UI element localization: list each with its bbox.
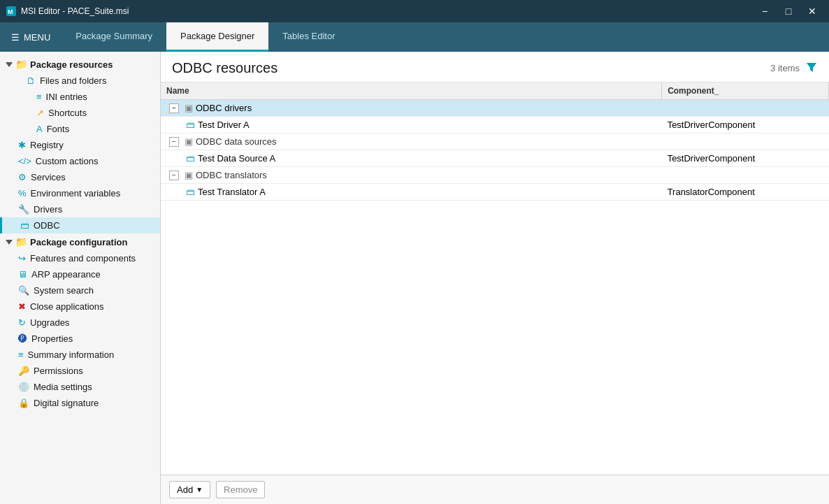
tab-tables-editor[interactable]: Tables Editor [268,22,349,52]
sidebar-group-label: Package configuration [30,237,127,247]
row-name: ODBC data sources [196,136,277,147]
sidebar-item-label: Fonts [47,124,70,134]
sidebar-group-package-config[interactable]: 📁 Package configuration [0,233,160,250]
table-row[interactable]: − ▣ ODBC drivers [161,100,829,117]
svg-text:M: M [8,8,13,15]
sidebar-item-label: Digital signature [34,398,99,408]
sidebar-item-arp[interactable]: 🖥 ARP appearance [0,266,160,282]
title-bar-text: MSI Editor - PACE_Suite.msi [21,6,754,16]
remove-button[interactable]: Remove [216,481,265,498]
close-apps-icon: ✖ [18,301,26,312]
sidebar-item-summary-info[interactable]: ≡ Summary information [0,347,160,363]
arp-icon: 🖥 [18,269,27,280]
tab-package-summary[interactable]: Package Summary [62,22,166,52]
table-row[interactable]: 🗃 Test Translator A TranslatorComponent [161,184,829,201]
tab-tables-editor-label: Tables Editor [282,31,335,41]
sidebar-item-label: Media settings [34,382,92,392]
sidebar-item-permissions[interactable]: 🔑 Permissions [0,363,160,379]
menu-button[interactable]: ☰ MENU [0,22,62,52]
row-component: TranslatorComponent [662,184,829,201]
sidebar-item-ini-entries[interactable]: ≡ INI entries [0,89,160,105]
content-title: ODBC resources [172,60,277,76]
group-folder-icon: ▣ [185,136,193,147]
sidebar-item-close-apps[interactable]: ✖ Close applications [0,298,160,315]
add-dropdown-arrow: ▼ [196,486,203,494]
tab-package-designer-label: Package Designer [180,31,254,41]
table-row[interactable]: − ▣ ODBC data sources [161,134,829,150]
sidebar-item-label: Close applications [30,301,104,312]
sidebar-item-upgrades[interactable]: ↻ Upgrades [0,315,160,331]
main-layout: 📁 Package resources 🗋 Files and folders … [0,52,829,504]
sidebar-group-label: Package resources [30,59,113,70]
close-button[interactable]: ✕ [801,0,823,22]
row-component: TestDriverComponent [662,150,829,167]
odbc-datasource-icon: 🗃 [186,153,195,164]
font-icon: A [36,124,43,134]
sidebar-item-registry[interactable]: ✱ Registry [0,137,160,153]
expand-icon[interactable]: − [169,137,179,147]
sidebar-item-label: Features and components [30,253,136,264]
row-component [662,100,829,117]
sidebar-item-digital-sig[interactable]: 🔒 Digital signature [0,395,160,411]
col-name: Name [161,82,662,100]
sidebar-group-package-resources[interactable]: 📁 Package resources [0,56,160,73]
sidebar-item-files-folders[interactable]: 🗋 Files and folders [0,73,160,89]
permissions-icon: 🔑 [18,366,29,376]
table-row[interactable]: − ▣ ODBC translators [161,167,829,184]
row-component: TestDriverComponent [662,117,829,134]
sidebar-item-drivers[interactable]: 🔧 Drivers [0,201,160,217]
sidebar: 📁 Package resources 🗋 Files and folders … [0,52,161,504]
file-icon: 🗋 [27,75,36,86]
row-name: Test Data Source A [198,153,275,164]
environment-icon: % [18,188,27,199]
sidebar-item-odbc[interactable]: 🗃 ODBC [0,217,160,233]
odbc-driver-icon: 🗃 [186,120,195,130]
menu-bar: ☰ MENU Package Summary Package Designer … [0,22,829,52]
row-name: ODBC drivers [196,103,252,113]
row-component [662,167,829,184]
tab-package-designer[interactable]: Package Designer [166,22,268,52]
content-header: ODBC resources 3 items [161,52,829,82]
expand-icon[interactable]: − [169,103,179,113]
sidebar-item-system-search[interactable]: 🔍 System search [0,282,160,298]
sidebar-item-label: Drivers [34,204,62,215]
item-count: 3 items [770,63,800,73]
sidebar-item-label: Custom actions [36,156,99,166]
group-folder-icon: ▣ [185,103,193,113]
maximize-button[interactable]: □ [777,0,800,22]
sidebar-item-properties[interactable]: 🅟 Properties [0,331,160,347]
digital-sig-icon: 🔒 [18,398,29,408]
bottom-toolbar: Add ▼ Remove [161,475,829,504]
sidebar-item-media[interactable]: 💿 Media settings [0,379,160,395]
app-icon: M [6,6,17,17]
menu-label: MENU [24,32,50,43]
services-icon: ⚙ [18,172,27,182]
title-bar: M MSI Editor - PACE_Suite.msi − □ ✕ [0,0,829,22]
sidebar-item-environment[interactable]: % Environment variables [0,185,160,201]
odbc-table: Name Component_ − ▣ ODBC drivers [161,82,829,475]
ini-icon: ≡ [36,92,42,102]
table-row[interactable]: 🗃 Test Driver A TestDriverComponent [161,117,829,134]
sidebar-item-label: Properties [31,333,73,344]
sidebar-item-fonts[interactable]: A Fonts [0,121,160,137]
sidebar-item-label: Services [31,172,66,182]
odbc-icon: 🗃 [20,220,29,231]
sidebar-item-label: INI entries [46,92,87,102]
sidebar-item-label: Permissions [34,366,83,376]
remove-label: Remove [224,484,257,495]
table-row[interactable]: 🗃 Test Data Source A TestDriverComponent [161,150,829,167]
tab-package-summary-label: Package Summary [75,31,152,41]
add-button[interactable]: Add ▼ [169,481,210,498]
sidebar-item-services[interactable]: ⚙ Services [0,169,160,185]
properties-icon: 🅟 [18,333,27,344]
sidebar-item-label: Summary information [28,350,115,360]
sidebar-item-features[interactable]: ↪ Features and components [0,250,160,266]
media-icon: 💿 [18,382,29,392]
sidebar-item-shortcuts[interactable]: ↗ Shortcuts [0,105,160,121]
sidebar-item-label: Shortcuts [48,108,87,118]
sidebar-item-label: Upgrades [30,317,69,328]
filter-icon[interactable] [805,61,818,76]
sidebar-item-custom-actions[interactable]: </> Custom actions [0,153,160,169]
minimize-button[interactable]: − [754,0,776,22]
expand-icon[interactable]: − [169,171,179,180]
